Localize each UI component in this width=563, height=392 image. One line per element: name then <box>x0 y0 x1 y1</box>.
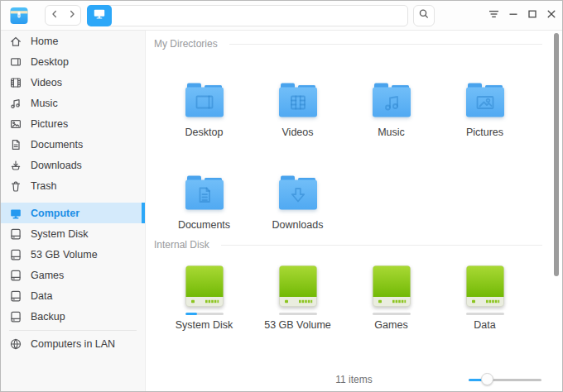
item-label: Data <box>474 318 495 332</box>
disk-item-53-gb-volume[interactable]: 53 GB Volume <box>251 265 344 332</box>
drive-icon <box>9 289 22 303</box>
sidebar-separator <box>9 330 137 331</box>
folder-item-documents[interactable]: Documents <box>157 175 251 232</box>
folder-item-pictures[interactable]: Pictures <box>438 83 532 139</box>
item-label: Pictures <box>466 126 503 139</box>
hamburger-menu-icon <box>487 7 501 23</box>
network-icon <box>9 337 22 351</box>
section-title: Internal Disk <box>154 239 209 251</box>
computer-icon <box>9 207 22 220</box>
disk-usage-bar <box>373 313 411 315</box>
item-label: Downloads <box>272 218 324 232</box>
grid-internal-disk: System Disk 53 GB Volume Games Data <box>157 265 562 332</box>
slider-thumb[interactable] <box>481 373 493 385</box>
downloads-icon <box>9 159 22 172</box>
minimize-icon <box>507 7 520 23</box>
grid-my-directories: Desktop Videos Music Pictures Documents <box>157 83 562 232</box>
sidebar-item-home[interactable]: Home <box>1 31 145 51</box>
sidebar-item-label: Desktop <box>31 56 69 68</box>
sidebar-item-label: Documents <box>31 139 83 151</box>
item-label: Music <box>378 126 405 139</box>
home-icon <box>9 35 22 48</box>
music-icon <box>9 97 22 110</box>
folder-item-music[interactable]: Music <box>344 83 438 139</box>
sidebar-item-downloads[interactable]: Downloads <box>1 155 145 175</box>
close-icon <box>545 7 558 23</box>
search-icon <box>417 7 431 23</box>
folder-item-downloads[interactable]: Downloads <box>251 175 344 232</box>
sidebar: HomeDesktopVideosMusicPicturesDocumentsD… <box>1 31 146 392</box>
drive-icon <box>9 248 22 261</box>
maximize-button[interactable] <box>522 5 541 26</box>
trash-icon <box>9 179 22 193</box>
pictures-icon <box>9 117 22 131</box>
disk-item-games[interactable]: Games <box>344 265 438 332</box>
disk-icon <box>466 265 504 307</box>
disk-item-data[interactable]: Data <box>438 265 532 332</box>
folder-item-desktop[interactable]: Desktop <box>157 83 251 139</box>
folder-icon <box>278 175 318 210</box>
desktop-icon <box>9 55 22 69</box>
minimize-button[interactable] <box>503 5 522 26</box>
folder-item-videos[interactable]: Videos <box>251 83 344 139</box>
sidebar-item-trash[interactable]: Trash <box>1 175 145 196</box>
disk-icon <box>373 265 411 307</box>
sidebar-item-volume-53gb[interactable]: 53 GB Volume <box>1 244 145 265</box>
status-bar: 11 items <box>146 367 562 392</box>
section-title: My Directories <box>154 38 218 50</box>
chevron-left-icon <box>49 8 60 22</box>
sidebar-item-music[interactable]: Music <box>1 93 145 113</box>
sidebar-item-label: Data <box>31 290 52 302</box>
sidebar-item-games[interactable]: Games <box>1 265 145 285</box>
sidebar-group-gap <box>1 196 145 203</box>
disk-usage-bar <box>466 313 504 315</box>
drive-icon <box>9 227 22 241</box>
navigation-group <box>45 5 81 26</box>
sidebar-item-videos[interactable]: Videos <box>1 72 145 93</box>
section-header-internal-disk: Internal Disk <box>154 238 542 251</box>
item-label: Games <box>374 318 407 332</box>
sidebar-item-computer[interactable]: Computer <box>1 203 145 223</box>
icon-size-slider[interactable] <box>469 373 541 386</box>
sidebar-item-label: Trash <box>31 180 57 192</box>
chevron-right-icon <box>66 8 78 22</box>
sidebar-item-label: Pictures <box>31 118 68 130</box>
sidebar-item-system-disk[interactable]: System Disk <box>1 223 145 244</box>
sidebar-item-data[interactable]: Data <box>1 285 145 306</box>
documents-icon <box>9 138 22 151</box>
sidebar-item-documents[interactable]: Documents <box>1 134 145 155</box>
section-divider <box>221 245 542 246</box>
sidebar-item-label: Home <box>31 36 58 47</box>
sidebar-item-backup[interactable]: Backup <box>1 306 145 327</box>
drive-icon <box>9 310 22 323</box>
sidebar-item-label: 53 GB Volume <box>31 249 98 261</box>
folder-icon <box>278 83 318 117</box>
section-divider <box>229 44 542 45</box>
address-crumb-bar[interactable] <box>87 5 408 26</box>
forward-button[interactable] <box>63 6 80 25</box>
disk-usage-bar <box>185 313 224 315</box>
crumb-computer[interactable] <box>87 5 112 26</box>
vertical-scrollbar[interactable] <box>554 33 559 276</box>
disk-usage-bar <box>279 313 317 315</box>
disk-icon <box>185 265 224 307</box>
sidebar-item-desktop[interactable]: Desktop <box>1 51 145 72</box>
sidebar-item-label: Games <box>31 270 64 281</box>
sidebar-item-pictures[interactable]: Pictures <box>1 113 145 134</box>
maximize-icon <box>526 7 539 23</box>
app-body: HomeDesktopVideosMusicPicturesDocumentsD… <box>1 31 562 392</box>
videos-icon <box>9 76 22 89</box>
close-button[interactable] <box>541 5 561 26</box>
folder-icon <box>372 83 411 117</box>
sidebar-item-computers-in-lan[interactable]: Computers in LAN <box>1 333 145 354</box>
main-content: My Directories Desktop Videos Music Pict… <box>146 31 562 392</box>
file-manager-window: HomeDesktopVideosMusicPicturesDocumentsD… <box>0 0 563 392</box>
back-button[interactable] <box>46 6 63 25</box>
file-manager-app-icon <box>9 6 29 26</box>
folder-icon <box>185 83 224 117</box>
disk-item-system-disk[interactable]: System Disk <box>157 265 251 332</box>
menu-button[interactable] <box>484 5 503 26</box>
sidebar-item-label: Downloads <box>31 160 82 171</box>
folder-icon <box>465 83 505 117</box>
search-button[interactable] <box>413 5 435 26</box>
